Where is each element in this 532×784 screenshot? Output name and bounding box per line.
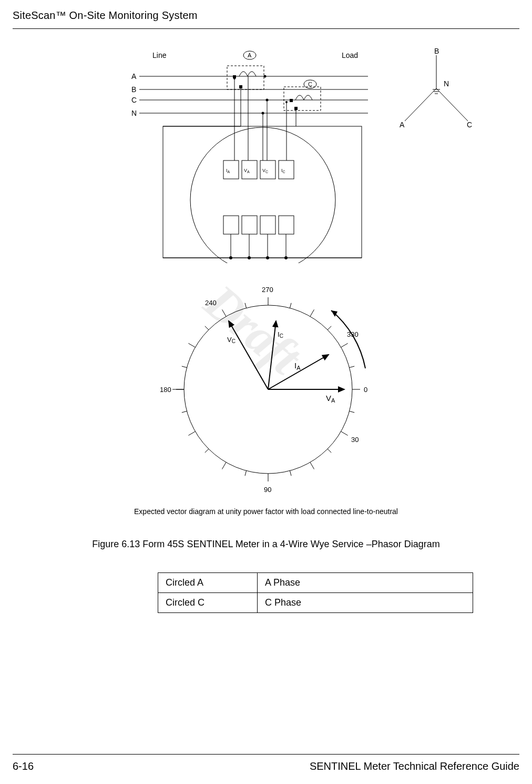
svg-point-43 bbox=[284, 256, 288, 259]
svg-line-66 bbox=[245, 471, 247, 476]
legend-key: Circled A bbox=[158, 573, 258, 593]
svg-line-55 bbox=[222, 463, 227, 469]
term-ia: IA bbox=[226, 168, 230, 174]
svg-line-70 bbox=[205, 326, 209, 330]
wye-symbol: B N A C bbox=[400, 47, 472, 129]
footer-rule bbox=[13, 754, 519, 755]
svg-rect-9 bbox=[290, 99, 293, 102]
legend-val: A Phase bbox=[258, 573, 473, 593]
table-row: Circled C C Phase bbox=[158, 593, 473, 613]
tick-90: 90 bbox=[264, 486, 271, 494]
svg-line-45 bbox=[405, 88, 436, 121]
line-c-label: C bbox=[131, 96, 137, 104]
svg-point-27 bbox=[264, 75, 267, 78]
svg-point-29 bbox=[262, 112, 264, 115]
svg-line-58 bbox=[188, 344, 195, 348]
svg-rect-4 bbox=[227, 66, 264, 89]
svg-line-65 bbox=[290, 471, 291, 476]
vec-ic-label: IC bbox=[278, 330, 283, 339]
tick-240: 240 bbox=[205, 299, 217, 307]
svg-line-78 bbox=[268, 321, 276, 389]
ct-c-label: C bbox=[308, 81, 312, 87]
wye-b: B bbox=[434, 47, 439, 55]
term-vc: VC bbox=[262, 168, 268, 174]
svg-point-34 bbox=[285, 101, 288, 103]
svg-line-68 bbox=[182, 411, 187, 413]
svg-point-25 bbox=[233, 77, 236, 79]
term-ic: IC bbox=[281, 168, 285, 174]
vec-vc-label: VC bbox=[227, 336, 236, 344]
term-va: VA bbox=[244, 168, 250, 174]
legend-table: Circled A A Phase Circled C C Phase bbox=[158, 572, 473, 613]
svg-point-40 bbox=[229, 256, 232, 259]
tick-30: 30 bbox=[351, 436, 359, 444]
svg-line-64 bbox=[328, 449, 331, 453]
line-a-label: A bbox=[131, 72, 137, 81]
tick-270: 270 bbox=[262, 286, 273, 294]
svg-line-72 bbox=[290, 303, 291, 308]
svg-line-46 bbox=[436, 88, 468, 121]
tick-330: 330 bbox=[347, 330, 359, 338]
svg-rect-18 bbox=[223, 216, 239, 234]
vec-ia-label: IA bbox=[294, 361, 301, 371]
legend-val: C Phase bbox=[258, 593, 473, 613]
svg-rect-8 bbox=[284, 87, 321, 110]
line-n-label: N bbox=[131, 109, 137, 117]
line-b-label: B bbox=[131, 85, 136, 94]
footer-title: SENTINEL Meter Technical Reference Guide bbox=[310, 760, 519, 772]
load-label: Load bbox=[342, 51, 358, 59]
svg-line-63 bbox=[350, 411, 355, 413]
vec-va-label: VA bbox=[326, 394, 335, 404]
svg-point-41 bbox=[248, 256, 251, 259]
svg-point-31 bbox=[266, 99, 269, 102]
svg-line-62 bbox=[341, 344, 348, 348]
svg-line-59 bbox=[222, 309, 227, 316]
wye-a: A bbox=[400, 120, 405, 129]
svg-point-42 bbox=[266, 256, 269, 259]
ct-a-label: A bbox=[248, 52, 252, 58]
svg-line-52 bbox=[341, 431, 348, 436]
vector-caption: Expected vector diagram at unity power f… bbox=[0, 507, 532, 516]
table-row: Circled A A Phase bbox=[158, 573, 473, 593]
tick-0: 0 bbox=[364, 386, 367, 394]
svg-rect-20 bbox=[260, 216, 275, 234]
svg-rect-10 bbox=[294, 107, 298, 110]
phasor-diagram: 0 30 90 180 240 270 330 VA bbox=[0, 263, 532, 510]
svg-rect-12 bbox=[163, 126, 362, 258]
line-label: Line bbox=[152, 51, 167, 59]
svg-line-71 bbox=[245, 303, 247, 308]
svg-rect-19 bbox=[242, 216, 257, 234]
legend-key: Circled C bbox=[158, 593, 258, 613]
svg-line-79 bbox=[229, 321, 268, 389]
svg-line-69 bbox=[182, 366, 187, 368]
figure-caption: Figure 6.13 Form 45S SENTINEL Meter in a… bbox=[0, 539, 532, 550]
svg-rect-21 bbox=[279, 216, 294, 234]
svg-line-61 bbox=[310, 309, 314, 316]
svg-line-56 bbox=[188, 431, 195, 436]
svg-line-73 bbox=[328, 326, 331, 330]
wye-c: C bbox=[467, 120, 472, 129]
svg-line-67 bbox=[205, 449, 209, 453]
header-rule bbox=[13, 28, 519, 29]
svg-line-53 bbox=[310, 463, 314, 469]
svg-rect-6 bbox=[239, 85, 242, 88]
wye-n: N bbox=[444, 79, 449, 88]
svg-line-77 bbox=[268, 355, 329, 389]
svg-line-74 bbox=[350, 366, 355, 368]
tick-180: 180 bbox=[160, 386, 171, 394]
wiring-diagram: Line Load A B C N A bbox=[0, 37, 532, 263]
page-number: 6-16 bbox=[13, 760, 34, 772]
header-title: SiteScan™ On-Site Monitoring System bbox=[13, 9, 198, 22]
